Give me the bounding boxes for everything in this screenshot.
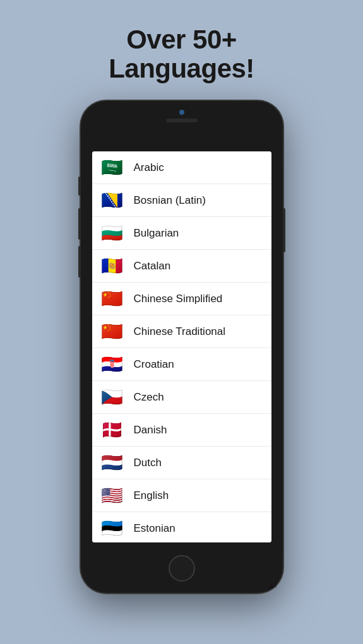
list-item[interactable]: 🇪🇪Estonian bbox=[92, 512, 271, 542]
flag-icon: 🇩🇰 bbox=[100, 418, 125, 443]
flag-icon: 🇧🇬 bbox=[100, 221, 125, 246]
language-list: 🇸🇦Arabic🇧🇦Bosnian (Latin)🇧🇬Bulgarian🇦🇩Ca… bbox=[92, 151, 271, 542]
list-item[interactable]: 🇳🇱Dutch bbox=[92, 447, 271, 479]
language-name: Dutch bbox=[134, 457, 162, 469]
list-item[interactable]: 🇧🇦Bosnian (Latin) bbox=[92, 184, 271, 217]
flag-icon: 🇨🇳 bbox=[100, 286, 125, 312]
list-item[interactable]: 🇧🇬Bulgarian bbox=[92, 217, 271, 250]
language-name: Catalan bbox=[134, 260, 171, 272]
phone-screen: 🇸🇦Arabic🇧🇦Bosnian (Latin)🇧🇬Bulgarian🇦🇩Ca… bbox=[92, 151, 271, 542]
flag-icon: 🇳🇱 bbox=[100, 450, 125, 476]
list-item[interactable]: 🇨🇿Czech bbox=[92, 381, 271, 414]
flag-icon: 🇨🇳 bbox=[100, 319, 125, 344]
flag-icon: 🇸🇦 bbox=[100, 155, 125, 180]
list-item[interactable]: 🇨🇳Chinese Traditional bbox=[92, 315, 271, 348]
language-name: Croatian bbox=[134, 358, 174, 371]
list-item[interactable]: 🇸🇦Arabic bbox=[92, 151, 271, 184]
flag-icon: 🇨🇿 bbox=[100, 385, 125, 410]
list-item[interactable]: 🇩🇰Danish bbox=[92, 414, 271, 447]
volume-up-button bbox=[78, 208, 81, 240]
flag-icon: 🇦🇩 bbox=[100, 254, 125, 279]
headline-line2: Languages! bbox=[109, 54, 254, 83]
list-item[interactable]: 🇨🇳Chinese Simplified bbox=[92, 283, 271, 315]
language-name: English bbox=[134, 489, 169, 502]
flag-icon: 🇭🇷 bbox=[100, 352, 125, 377]
list-item[interactable]: 🇺🇸English bbox=[92, 479, 271, 512]
power-button bbox=[283, 208, 285, 252]
language-name: Bosnian (Latin) bbox=[134, 194, 206, 207]
language-name: Bulgarian bbox=[134, 227, 179, 240]
speaker bbox=[166, 119, 198, 122]
phone-shell: 🇸🇦Arabic🇧🇦Bosnian (Latin)🇧🇬Bulgarian🇦🇩Ca… bbox=[81, 101, 283, 593]
watermark: ابل bbox=[268, 582, 277, 589]
language-name: Chinese Simplified bbox=[134, 293, 223, 305]
language-name: Czech bbox=[134, 391, 164, 404]
list-item[interactable]: 🇦🇩Catalan bbox=[92, 250, 271, 283]
headline: Over 50+ Languages! bbox=[109, 25, 254, 83]
mute-button bbox=[78, 177, 81, 196]
phone-top-bar bbox=[166, 110, 198, 122]
language-name: Estonian bbox=[134, 522, 176, 535]
home-button[interactable] bbox=[169, 555, 195, 582]
headline-line1: Over 50+ bbox=[126, 25, 237, 54]
language-name: Danish bbox=[134, 424, 167, 436]
phone-mockup: 🇸🇦Arabic🇧🇦Bosnian (Latin)🇧🇬Bulgarian🇦🇩Ca… bbox=[81, 101, 283, 593]
language-name: Arabic bbox=[134, 161, 164, 174]
flag-icon: 🇪🇪 bbox=[100, 516, 125, 541]
camera bbox=[179, 110, 184, 115]
flag-icon: 🇺🇸 bbox=[100, 483, 125, 508]
flag-icon: 🇧🇦 bbox=[100, 188, 125, 213]
volume-down-button bbox=[78, 246, 81, 278]
language-name: Chinese Traditional bbox=[134, 325, 226, 338]
list-item[interactable]: 🇭🇷Croatian bbox=[92, 348, 271, 381]
